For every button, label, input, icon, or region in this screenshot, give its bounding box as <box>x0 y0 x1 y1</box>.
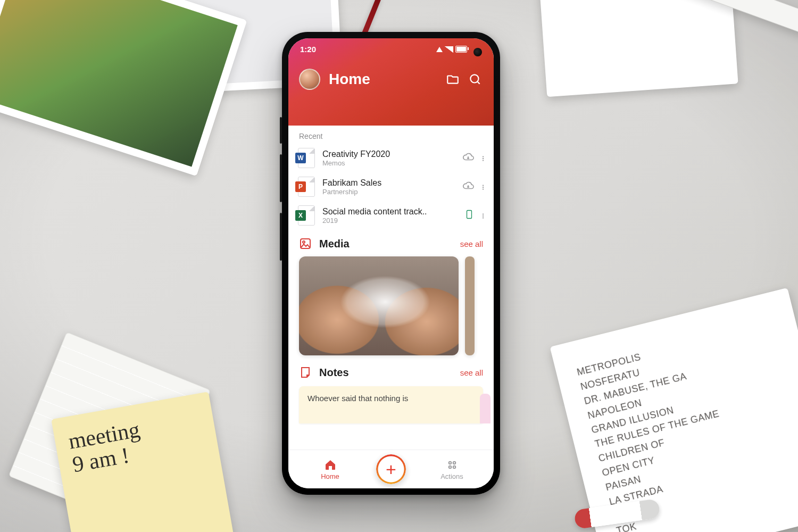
actions-icon <box>446 459 459 471</box>
recent-item-subtitle: Partnership <box>322 188 455 196</box>
on-device-icon[interactable] <box>464 209 474 222</box>
plus-icon: + <box>376 454 406 484</box>
avatar[interactable] <box>299 69 320 90</box>
nav-actions[interactable]: Actions <box>410 459 494 480</box>
nav-label: Actions <box>440 472 463 480</box>
recent-item-subtitle: 2019 <box>322 217 457 225</box>
search-button[interactable] <box>468 72 482 86</box>
see-all-link[interactable]: see all <box>460 239 483 248</box>
powerpoint-doc-icon: P <box>298 177 315 197</box>
bottom-nav: Home + Actions <box>288 450 494 488</box>
media-thumbnail[interactable] <box>299 256 459 355</box>
section-header-media: Media see all <box>288 230 494 254</box>
punch-hole-camera <box>473 48 482 56</box>
more-button[interactable]: ··· <box>482 155 487 161</box>
app-header: 1:20 Home <box>288 38 494 126</box>
media-thumbnail[interactable] <box>465 256 475 355</box>
section-title: Notes <box>319 367 453 379</box>
svg-point-4 <box>448 461 451 464</box>
note-icon <box>299 366 312 379</box>
wifi-icon <box>436 47 443 52</box>
word-doc-icon: W <box>298 148 315 168</box>
cloud-download-icon[interactable] <box>462 180 474 194</box>
cell-signal-icon <box>445 46 453 53</box>
nav-label: Home <box>321 472 339 480</box>
svg-point-0 <box>470 74 478 82</box>
svg-point-5 <box>453 461 455 464</box>
photo-print <box>0 0 247 176</box>
svg-point-6 <box>448 466 451 468</box>
paper-card <box>538 0 738 97</box>
home-icon <box>324 459 337 471</box>
excel-doc-icon: X <box>298 205 315 226</box>
recent-item[interactable]: P Fabrikam Sales Partnership ··· <box>288 172 494 201</box>
phone-side-button <box>280 117 282 144</box>
page-title: Home <box>329 71 437 88</box>
recent-item[interactable]: X Social media content track.. 2019 ··· <box>288 201 494 230</box>
folder-button[interactable] <box>446 72 460 86</box>
more-button[interactable]: ··· <box>482 184 487 190</box>
note-preview-text: Whoever said that nothing is <box>307 394 408 403</box>
more-button[interactable]: ··· <box>482 213 487 219</box>
desk-scene: meeting 9 am ! METROPOLIS NOSFERATU DR. … <box>0 0 798 532</box>
cloud-download-icon[interactable] <box>462 151 474 165</box>
note-card[interactable]: Whoever said that nothing is <box>299 386 483 423</box>
media-carousel[interactable] <box>288 254 494 359</box>
recent-item-title: Social media content track.. <box>322 207 457 217</box>
battery-icon <box>455 46 467 53</box>
status-bar: 1:20 <box>288 38 494 54</box>
phone-side-button <box>280 213 282 261</box>
note-card[interactable] <box>480 394 491 423</box>
see-all-link[interactable]: see all <box>460 368 483 377</box>
svg-point-7 <box>453 466 455 468</box>
status-time: 1:20 <box>300 45 316 54</box>
create-fab[interactable]: + <box>376 454 406 484</box>
section-header-notes: Notes see all <box>288 359 494 383</box>
folder-icon <box>446 72 460 86</box>
search-icon <box>468 72 482 86</box>
typed-sheet: METROPOLIS NOSFERATU DR. MABUSE, THE GA … <box>550 288 798 532</box>
recent-item[interactable]: W Creativity FY2020 Memos ··· <box>288 144 494 172</box>
recent-item-title: Creativity FY2020 <box>322 149 455 159</box>
typed-sheet-text: METROPOLIS NOSFERATU DR. MABUSE, THE GA … <box>576 317 798 532</box>
recent-item-subtitle: Memos <box>322 159 455 167</box>
phone-side-button <box>280 154 282 202</box>
svg-point-3 <box>303 241 305 243</box>
section-title: Media <box>319 238 453 250</box>
svg-rect-1 <box>467 211 472 219</box>
recent-item-title: Fabrikam Sales <box>322 178 455 188</box>
nav-home[interactable]: Home <box>288 459 372 480</box>
section-label-recent: Recent <box>288 126 494 144</box>
phone-screen: 1:20 Home <box>288 38 494 488</box>
phone-frame: 1:20 Home <box>282 32 500 495</box>
content-area: Recent W Creativity FY2020 Memos ··· <box>288 126 494 450</box>
image-icon <box>299 237 312 250</box>
